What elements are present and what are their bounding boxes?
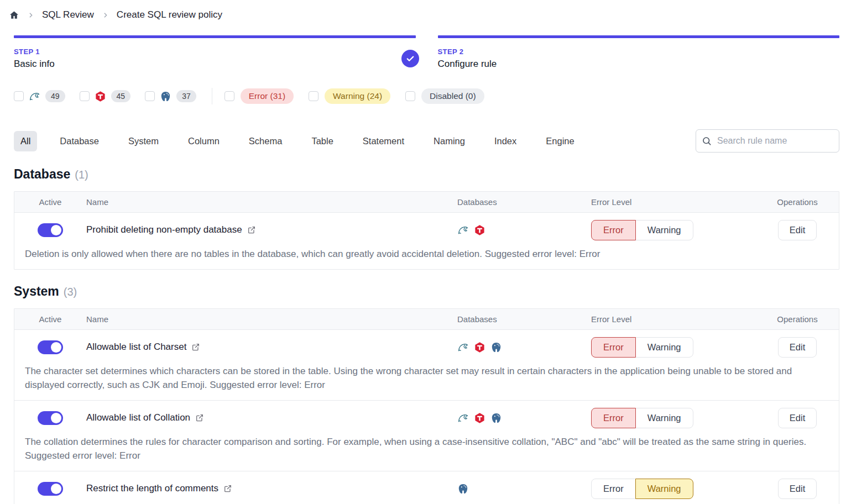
external-link-icon[interactable] <box>223 484 232 493</box>
rule-name: Allowable list of Charset <box>86 342 186 353</box>
error-level-group: Error Warning <box>591 408 756 428</box>
engine-filters: 49 45 37 <box>14 90 211 102</box>
mysql-icon <box>457 224 469 236</box>
rule-databases <box>457 483 591 495</box>
step-2-title: Configure rule <box>438 59 497 70</box>
tab-engine[interactable]: Engine <box>539 131 581 151</box>
rule-description: The collation determines the rules for c… <box>14 435 839 471</box>
search-icon <box>702 136 712 148</box>
level-checkbox[interactable] <box>309 91 318 101</box>
chevron-right-icon <box>27 12 34 19</box>
tab-schema[interactable]: Schema <box>242 131 289 151</box>
active-toggle[interactable] <box>38 340 63 354</box>
tabs: AllDatabaseSystemColumnSchemaTableStatem… <box>14 131 581 151</box>
warning-level-button[interactable]: Warning <box>635 408 693 428</box>
tidb-icon <box>474 224 485 236</box>
column-header-databases: Databases <box>457 197 591 207</box>
engine-checkbox[interactable] <box>80 91 90 101</box>
error-level-group: Error Warning <box>591 479 756 499</box>
tab-column[interactable]: Column <box>181 131 226 151</box>
tab-table[interactable]: Table <box>305 131 340 151</box>
edit-button[interactable]: Edit <box>778 479 817 499</box>
active-toggle[interactable] <box>38 482 63 496</box>
engine-filter-mysql[interactable]: 49 <box>14 90 65 102</box>
rule-name: Restrict the length of comments <box>86 483 218 494</box>
step-2: STEP 2 Configure rule <box>438 35 840 70</box>
error-level-button[interactable]: Error <box>591 479 636 499</box>
external-link-icon[interactable] <box>247 225 256 234</box>
engine-count-badge: 49 <box>45 90 65 102</box>
column-header-error-level: Error Level <box>591 197 756 207</box>
error-level-button[interactable]: Error <box>591 337 636 358</box>
engine-filter-tidb[interactable]: 45 <box>80 90 131 102</box>
rule-row: Restrict the length of comments Error Wa… <box>14 471 839 504</box>
breadcrumb-sql-review[interactable]: SQL Review <box>42 9 94 20</box>
tab-naming[interactable]: Naming <box>427 131 472 151</box>
toggle-knob <box>51 484 61 494</box>
error-level-group: Error Warning <box>591 220 756 240</box>
rule-databases <box>457 342 591 353</box>
step-completed-icon <box>401 50 419 67</box>
tab-all[interactable]: All <box>14 131 37 151</box>
error-level-button[interactable]: Error <box>591 220 636 240</box>
section-title-text: System <box>14 284 59 299</box>
column-header-active: Active <box>14 197 86 207</box>
table-body: Allowable list of Charset Error Warning … <box>14 330 839 504</box>
chevron-right-icon <box>102 12 109 19</box>
rule-table: ActiveNameDatabasesError LevelOperations… <box>14 191 839 270</box>
edit-button[interactable]: Edit <box>778 220 817 240</box>
rule-databases <box>457 224 591 236</box>
edit-button[interactable]: Edit <box>778 337 817 358</box>
external-link-icon[interactable] <box>191 343 200 351</box>
edit-button[interactable]: Edit <box>778 408 817 428</box>
active-toggle[interactable] <box>38 411 63 425</box>
tab-index[interactable]: Index <box>488 131 523 151</box>
create-sql-review-policy-page: SQL Review Create SQL review policy STEP… <box>0 0 846 504</box>
level-checkbox[interactable] <box>405 91 415 101</box>
section-rule-count: (1) <box>75 169 88 181</box>
step-1: STEP 1 Basic info <box>14 35 416 70</box>
column-header-name: Name <box>86 197 457 207</box>
section-title-text: Database <box>14 167 70 182</box>
error-level-button[interactable]: Error <box>591 408 636 428</box>
rule-name: Allowable list of Collation <box>86 412 190 423</box>
search-box <box>696 129 839 153</box>
tidb-icon <box>474 412 485 424</box>
breadcrumb-current-page: Create SQL review policy <box>117 9 222 20</box>
engine-count-badge: 45 <box>111 90 131 102</box>
tab-system[interactable]: System <box>122 131 165 151</box>
home-icon[interactable] <box>9 10 19 20</box>
toggle-knob <box>51 342 61 353</box>
column-header-operations: Operations <box>756 314 839 324</box>
warning-level-button[interactable]: Warning <box>635 220 693 240</box>
search-input[interactable] <box>696 129 839 153</box>
level-filters: Error (31) Warning (24) Disabled (0) <box>224 88 499 104</box>
breadcrumb: SQL Review Create SQL review policy <box>9 7 839 23</box>
tab-statement[interactable]: Statement <box>356 131 411 151</box>
postgresql-icon <box>490 412 502 424</box>
external-link-icon[interactable] <box>195 413 204 422</box>
engine-filter-postgresql[interactable]: 37 <box>145 90 196 102</box>
level-checkbox[interactable] <box>224 91 234 101</box>
tab-database[interactable]: Database <box>53 131 106 151</box>
engine-checkbox[interactable] <box>145 91 155 101</box>
rule-section-database: Database (1) ActiveNameDatabasesError Le… <box>14 167 839 270</box>
step-1-title: Basic info <box>14 59 55 70</box>
rule-name: Prohibit deleting non-empty database <box>86 224 242 235</box>
warning-level-button[interactable]: Warning <box>635 337 693 358</box>
active-toggle[interactable] <box>38 223 63 237</box>
step-indicator: STEP 1 Basic info STEP 2 Configure rule <box>14 35 839 70</box>
warning-level-button[interactable]: Warning <box>635 479 693 499</box>
rule-databases <box>457 412 591 424</box>
level-filter-disabled[interactable]: Disabled (0) <box>405 88 484 104</box>
filter-bar: 49 45 37 Error (31) Warning (24) Disable… <box>14 87 839 105</box>
filter-divider <box>212 88 212 104</box>
section-rule-count: (3) <box>64 286 77 298</box>
level-filter-error[interactable]: Error (31) <box>224 88 294 104</box>
toggle-knob <box>51 225 61 235</box>
level-filter-warning[interactable]: Warning (24) <box>309 88 390 104</box>
rule-row: Allowable list of Collation Error Warnin… <box>14 400 839 471</box>
engine-checkbox[interactable] <box>14 91 24 101</box>
error-level-group: Error Warning <box>591 337 756 358</box>
tidb-icon <box>95 91 106 102</box>
